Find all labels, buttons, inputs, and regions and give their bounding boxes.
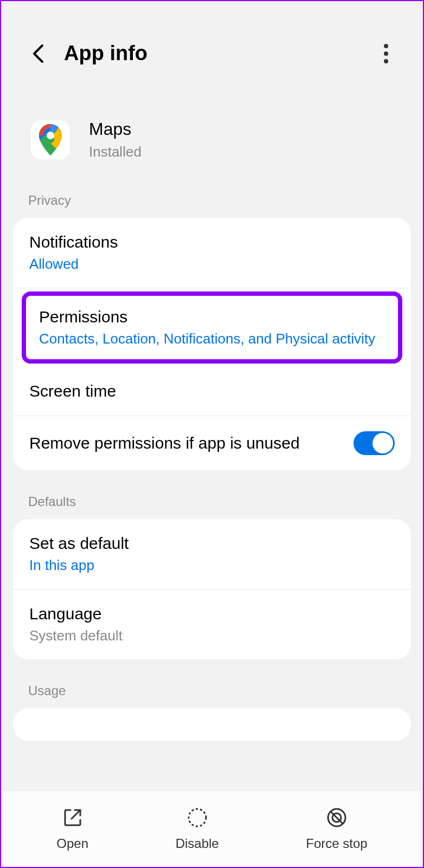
set-default-row[interactable]: Set as default In this app — [13, 519, 411, 590]
more-vertical-icon — [384, 44, 388, 63]
section-label-defaults: Defaults — [1, 483, 423, 519]
bottom-bar: Open Disable Force stop — [2, 791, 422, 867]
screen-time-title: Screen time — [29, 382, 395, 400]
defaults-card: Set as default In this app Language Syst… — [13, 519, 411, 659]
disable-label: Disable — [176, 836, 219, 851]
notifications-title: Notifications — [29, 233, 395, 251]
permissions-row[interactable]: Permissions Contacts, Location, Notifica… — [22, 292, 402, 364]
disable-button[interactable]: Disable — [176, 807, 219, 851]
open-button[interactable]: Open — [56, 807, 88, 851]
section-label-privacy: Privacy — [1, 182, 423, 218]
remove-permissions-toggle[interactable] — [354, 431, 395, 455]
set-default-title: Set as default — [29, 534, 395, 553]
screen-time-row[interactable]: Screen time — [13, 367, 411, 416]
app-icon — [31, 120, 70, 159]
app-status: Installed — [89, 144, 142, 160]
permissions-title: Permissions — [39, 308, 385, 326]
disable-icon — [187, 807, 208, 828]
open-label: Open — [56, 836, 88, 851]
privacy-card: Notifications Allowed Permissions Contac… — [13, 218, 411, 470]
force-stop-label: Force stop — [306, 836, 367, 851]
svg-point-3 — [47, 132, 54, 139]
force-stop-button[interactable]: Force stop — [306, 807, 367, 851]
section-label-usage: Usage — [1, 672, 423, 708]
notifications-value: Allowed — [29, 256, 395, 273]
force-stop-icon — [326, 807, 348, 828]
page-title: App info — [64, 42, 376, 65]
svg-point-5 — [189, 809, 206, 826]
chevron-left-icon — [32, 44, 44, 63]
open-icon — [62, 807, 83, 828]
notifications-row[interactable]: Notifications Allowed — [13, 218, 411, 288]
svg-point-0 — [384, 44, 388, 48]
language-title: Language — [29, 605, 395, 623]
remove-permissions-title: Remove permissions if app is unused — [29, 432, 300, 455]
back-button[interactable] — [28, 44, 48, 63]
remove-permissions-row[interactable]: Remove permissions if app is unused — [13, 416, 411, 470]
svg-point-2 — [384, 59, 388, 63]
app-header: Maps Installed — [1, 87, 423, 182]
header: App info — [1, 1, 423, 87]
more-button[interactable] — [376, 44, 396, 63]
set-default-value: In this app — [29, 557, 395, 574]
app-info-text: Maps Installed — [89, 119, 142, 160]
app-name: Maps — [89, 119, 142, 139]
permissions-value: Contacts, Location, Notifications, and P… — [39, 331, 385, 347]
language-row[interactable]: Language System default — [13, 590, 411, 659]
svg-point-1 — [384, 51, 388, 56]
usage-card — [13, 708, 411, 741]
language-sub: System default — [29, 627, 395, 644]
maps-pin-icon — [39, 124, 62, 156]
